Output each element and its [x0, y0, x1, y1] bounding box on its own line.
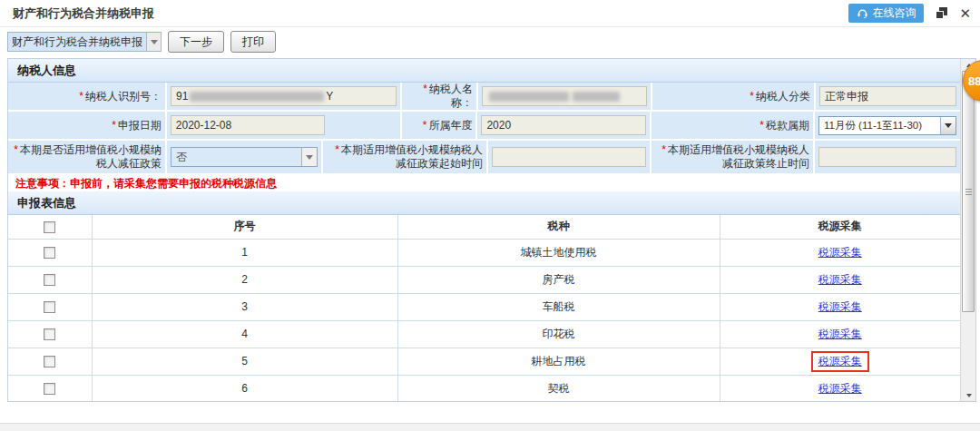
- row-tax-type: 城镇土地使用税: [397, 239, 720, 266]
- print-button[interactable]: 打印: [230, 31, 276, 53]
- taxpayer-name-label: *纳税人名称：: [402, 83, 476, 110]
- table-row: 3 车船税 税源采集: [8, 293, 960, 320]
- row-tax-type: 耕地占用税: [397, 348, 720, 375]
- tax-source-collect-link[interactable]: 税源采集: [818, 382, 862, 395]
- chevron-down-icon[interactable]: [146, 33, 161, 51]
- declaration-table: 序号 税种 税源采集 1 城镇土地使用税 税源采集 2 房产税 税源采集: [8, 215, 960, 401]
- redacted-name-block: [489, 92, 569, 102]
- tax-source-collect-link[interactable]: 税源采集: [818, 328, 862, 340]
- select-all-checkbox[interactable]: [44, 221, 55, 233]
- declaration-date-label: *申报日期: [8, 112, 165, 139]
- table-row: 6 契税 税源采集: [8, 375, 960, 401]
- declaration-type-value: 财产和行为税合并纳税申报: [8, 34, 146, 50]
- column-header-collect: 税源采集: [720, 215, 960, 239]
- taxpayer-category-label: *纳税人分类: [652, 83, 814, 110]
- close-icon[interactable]: ✕: [959, 7, 971, 19]
- badge-text: 88: [968, 74, 980, 88]
- row-seq: 1: [92, 239, 397, 266]
- declaration-date-field[interactable]: 2020-12-08: [171, 115, 325, 135]
- redacted-id-block: [190, 92, 324, 102]
- form-row: *本期是否适用增值税小规模纳税人减征政策 否 *本期适用增值税小规模纳税人减征政…: [8, 141, 960, 173]
- vat-policy-value: 否: [172, 150, 301, 165]
- vat-policy-label: *本期是否适用增值税小规模纳税人减征政策: [8, 141, 165, 173]
- toolbar: 财产和行为税合并纳税申报 下一步 打印: [0, 27, 980, 56]
- redacted-name-block: [573, 92, 620, 102]
- tax-source-collect-link[interactable]: 税源采集: [818, 355, 862, 367]
- form-row: *纳税人识别号： 91Y *纳税人名称： *纳税人分类 正常申报: [8, 83, 960, 110]
- taxpayer-id-label: *纳税人识别号：: [8, 83, 165, 110]
- headset-icon: [857, 7, 868, 19]
- row-seq: 5: [92, 348, 397, 375]
- taxpayer-info-form: *纳税人识别号： 91Y *纳税人名称： *纳税人分类 正常申报: [8, 83, 960, 173]
- taxpayer-id-field[interactable]: 91Y: [171, 86, 397, 106]
- taxpayer-category-field[interactable]: 正常申报: [819, 86, 956, 106]
- highlight-box: 税源采集: [811, 351, 869, 372]
- vat-policy-end-field[interactable]: [818, 147, 956, 167]
- table-row: 2 房产税 税源采集: [8, 266, 960, 293]
- page-title: 财产和行为税合并纳税申报: [13, 5, 154, 22]
- vertical-scrollbar[interactable]: [960, 59, 975, 401]
- row-seq: 4: [92, 320, 397, 348]
- row-tax-type: 车船税: [397, 293, 720, 320]
- table-row: 4 印花税 税源采集: [8, 320, 960, 348]
- notice-text: 注意事项：申报前，请采集您需要申报的税种税源信息: [8, 175, 960, 191]
- row-checkbox[interactable]: [44, 383, 55, 395]
- titlebar: 财产和行为税合并纳税申报 在线咨询 ✕: [0, 0, 980, 27]
- tax-source-collect-link[interactable]: 税源采集: [818, 246, 862, 259]
- tax-source-collect-link[interactable]: 税源采集: [818, 273, 862, 286]
- row-checkbox[interactable]: [44, 356, 55, 367]
- declaration-table-section-title: 申报表信息: [8, 191, 960, 215]
- row-checkbox[interactable]: [44, 247, 55, 259]
- vat-policy-select[interactable]: 否: [171, 147, 318, 167]
- scroll-down-icon[interactable]: [962, 389, 975, 401]
- taxpayer-info-section-title: 纳税人信息: [8, 59, 960, 83]
- scrollbar-thumb[interactable]: [962, 71, 975, 312]
- table-row-highlighted: 5 耕地占用税 税源采集: [8, 348, 960, 375]
- row-seq: 3: [92, 293, 397, 320]
- row-checkbox[interactable]: [44, 301, 55, 313]
- form-row: *申报日期 2020-12-08 *所属年度 2020 *税款属期 11月份 (…: [8, 112, 960, 139]
- row-tax-type: 契税: [397, 375, 720, 401]
- row-seq: 6: [92, 375, 397, 401]
- tax-period-select[interactable]: 11月份 (11-1至11-30): [818, 116, 956, 135]
- tax-source-collect-link[interactable]: 税源采集: [818, 300, 862, 313]
- tax-year-field[interactable]: 2020: [481, 115, 646, 135]
- taxpayer-name-field[interactable]: [482, 86, 647, 106]
- chevron-down-icon: [301, 148, 317, 166]
- row-tax-type: 印花税: [397, 320, 720, 348]
- online-consult-label: 在线咨询: [872, 5, 916, 21]
- chevron-down-icon[interactable]: [940, 117, 956, 134]
- online-consult-button[interactable]: 在线咨询: [848, 4, 924, 23]
- restore-window-icon[interactable]: [936, 7, 947, 19]
- row-seq: 2: [92, 266, 397, 293]
- tax-period-value: 11月份 (11-1至11-30): [819, 119, 940, 132]
- vat-policy-start-label: *本期适用增值税小规模纳税人减征政策起始时间: [323, 141, 486, 173]
- vat-policy-start-field[interactable]: [492, 147, 646, 167]
- row-checkbox[interactable]: [44, 274, 55, 286]
- row-tax-type: 房产税: [397, 266, 720, 293]
- tax-year-label: *所属年度: [402, 112, 476, 139]
- column-header-tax: 税种: [397, 215, 720, 239]
- table-row: 1 城镇土地使用税 税源采集: [8, 239, 960, 266]
- vat-policy-end-label: *本期适用增值税小规模纳税人减征政策终止时间: [652, 141, 813, 173]
- next-step-button[interactable]: 下一步: [168, 31, 224, 53]
- tax-period-label: *税款属期: [652, 112, 813, 139]
- footer-bar: [0, 423, 980, 431]
- main-panel: 纳税人信息 *纳税人识别号： 91Y *纳税人名称：: [7, 58, 976, 402]
- column-header-seq: 序号: [92, 215, 397, 239]
- table-header-row: 序号 税种 税源采集: [8, 215, 960, 239]
- declaration-window: 财产和行为税合并纳税申报 在线咨询 ✕ 财产和行为税合并纳税申报 下一步 打印 …: [0, 0, 980, 431]
- declaration-type-select[interactable]: 财产和行为税合并纳税申报: [7, 32, 162, 52]
- row-checkbox[interactable]: [44, 328, 55, 340]
